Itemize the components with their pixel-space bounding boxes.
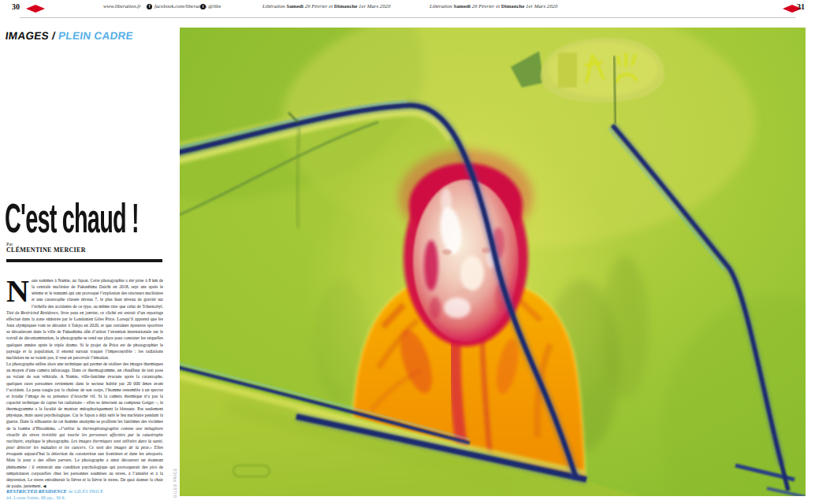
article-headline: C'est chaud ! — [5, 196, 139, 242]
book-title: RESTRICTED RESIDENCE — [6, 488, 67, 494]
page-number-right: 31 — [797, 2, 805, 11]
paragraph-2: Le photographe utilise alors une techniq… — [6, 361, 163, 488]
twitter-icon: t — [200, 4, 206, 9]
quote-attribution: explique le photographe. — [24, 439, 71, 443]
header-rule — [20, 17, 795, 18]
byline-prefix: Par — [6, 241, 13, 246]
edition-date-right: Libération Samedi 29 Février et Dimanche… — [430, 3, 557, 9]
facebook-icon: f — [147, 4, 152, 9]
paper-name: Libération — [262, 3, 285, 9]
thermal-photo — [180, 28, 806, 496]
website-url: www.liberation.fr — [103, 3, 141, 9]
section-kicker: IMAGES / PLEIN CADRE — [5, 30, 134, 42]
photo-credit: GILES PRICE — [173, 468, 177, 498]
book-title-inline: Restricted Residence — [20, 310, 58, 315]
drop-cap: N — [6, 280, 29, 303]
kicker-images: IMAGES / — [5, 30, 56, 42]
edition-date-left: Libération Samedi 29 Février et Dimanche… — [262, 3, 390, 9]
book-details: éd. Loose Joints, 60 pp., 30 €. — [6, 495, 65, 500]
liberation-diamond-logo-left — [26, 5, 45, 13]
paragraph-1: Nous sommes à Namie, au Japon. Cette pho… — [6, 277, 163, 361]
page-number-left: 30 — [12, 2, 20, 11]
kicker-plein-cadre: PLEIN CADRE — [58, 30, 134, 42]
article-body: Nous sommes à Namie, au Japon. Cette pho… — [6, 277, 163, 488]
facebook-handle: facebook.com/liberation — [154, 3, 207, 9]
book-author: GILES PRICE — [74, 488, 103, 494]
byline-rule — [6, 259, 162, 262]
book-reference: RESTRICTED RESIDENCE de GILES PRICE éd. … — [6, 488, 103, 501]
twitter-handle: @libe — [208, 3, 221, 9]
newspaper-spread: 30 www.liberation.fr f facebook.com/libe… — [0, 0, 815, 504]
byline-author: CLÉMENTINE MERCIER — [6, 246, 86, 254]
thermogram-taxi-driver — [180, 28, 806, 496]
